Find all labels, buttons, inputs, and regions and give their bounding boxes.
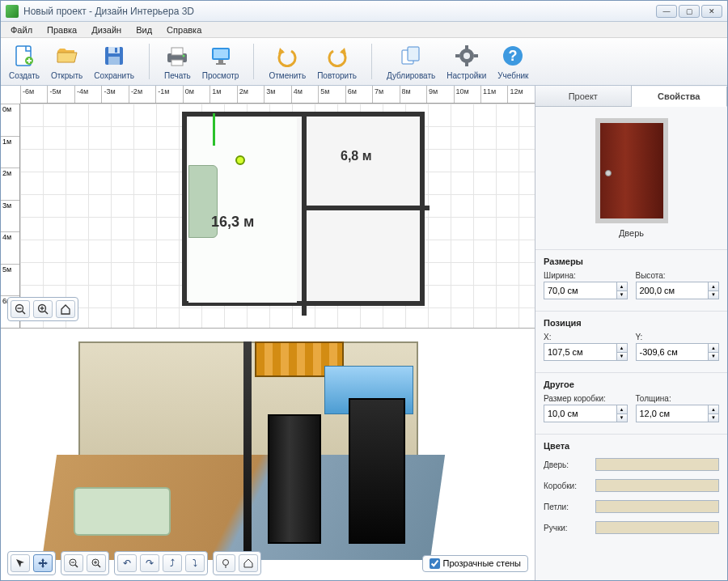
width-spin-up[interactable]: ▲ [616, 282, 628, 290]
home-3d-button[interactable] [239, 554, 258, 572]
room-area-2: 6,8 м [341, 149, 372, 163]
window-minimize-button[interactable]: — [656, 5, 677, 18]
width-spin-down[interactable]: ▼ [616, 290, 628, 300]
svg-line-35 [98, 565, 100, 567]
tab-project[interactable]: Проект [535, 86, 632, 106]
tutorial-button[interactable]: ? Учебник [497, 43, 528, 80]
height-spin-down[interactable]: ▼ [708, 290, 719, 300]
menu-design[interactable]: Дизайн [85, 23, 128, 36]
folder-open-icon [54, 43, 80, 69]
plan-grid: 16,3 м 6,8 м [20, 104, 535, 328]
floorplan-2d-view[interactable]: -6м-5м-4м-3м-2м-1м0м1м2м3м4м5м6м7м8м9м10… [1, 86, 535, 329]
x-input[interactable] [544, 343, 616, 361]
transparent-walls-checkbox[interactable] [430, 558, 440, 569]
redo-label: Повторить [317, 71, 357, 80]
frame-input[interactable] [544, 405, 616, 422]
light-button[interactable] [216, 554, 235, 572]
svg-rect-12 [218, 60, 223, 63]
print-button[interactable]: Печать [164, 43, 191, 80]
window-maximize-button[interactable]: ▢ [679, 5, 700, 18]
home-2d-button[interactable] [56, 300, 75, 318]
color-hinges-label: Петли: [544, 503, 595, 511]
thick-spin-up[interactable]: ▲ [708, 405, 719, 413]
preview-button[interactable]: Просмотр [202, 43, 239, 80]
zoom-out-2d-button[interactable] [11, 300, 30, 318]
frame-spin-down[interactable]: ▼ [616, 413, 628, 423]
color-frame-label: Коробки: [544, 481, 595, 490]
rotate-right-button[interactable]: ↷ [140, 554, 159, 572]
height-spin-up[interactable]: ▲ [708, 282, 719, 290]
print-label: Печать [164, 71, 191, 80]
door-preview-image [595, 118, 668, 223]
properties-sidebar: Проект Свойства Дверь Размеры Ширина: ▲▼ [535, 86, 727, 580]
menu-file[interactable]: Файл [4, 23, 39, 36]
open-button[interactable]: Открыть [51, 43, 83, 80]
floorplan-shape[interactable]: 16,3 м 6,8 м [182, 112, 425, 306]
rotate-down-button[interactable]: ⤵ [185, 554, 205, 572]
svg-rect-3 [108, 47, 120, 53]
thick-spin-down[interactable]: ▼ [708, 413, 719, 423]
menu-help[interactable]: Справка [160, 23, 208, 36]
rotate-up-button[interactable]: ⤴ [163, 554, 182, 572]
settings-button[interactable]: Настройки [447, 43, 486, 80]
undo-button[interactable]: Отменить [269, 43, 306, 80]
rotate-left-button[interactable]: ↶ [117, 554, 137, 572]
svg-text:?: ? [509, 48, 518, 64]
vertical-ruler: 0м1м2м3м4м5м6м [1, 104, 20, 328]
x-spin-up[interactable]: ▲ [616, 343, 628, 352]
y-input[interactable] [636, 343, 709, 361]
svg-rect-15 [408, 47, 419, 61]
3d-render[interactable] [49, 333, 438, 560]
preview-caption: Дверь [619, 228, 644, 238]
x-spin-down[interactable]: ▼ [616, 352, 628, 362]
pan-3d-button[interactable] [33, 554, 53, 572]
duplicate-button[interactable]: Дублировать [387, 43, 435, 80]
svg-point-9 [183, 55, 185, 57]
thick-input[interactable] [636, 405, 709, 422]
zoom-in-3d-button[interactable] [87, 554, 106, 572]
app-icon [6, 5, 19, 18]
tutorial-label: Учебник [497, 71, 528, 80]
frame-spin-up[interactable]: ▲ [616, 405, 628, 413]
door-marker[interactable] [213, 113, 215, 146]
svg-rect-7 [171, 48, 183, 55]
height-input[interactable] [636, 282, 709, 299]
gear-icon [454, 43, 480, 69]
zoom-in-2d-button[interactable] [33, 300, 53, 318]
colors-heading: Цвета [544, 441, 719, 451]
menu-view[interactable]: Вид [129, 23, 159, 36]
window-close-button[interactable]: ✕ [701, 5, 722, 18]
svg-point-38 [223, 560, 229, 566]
width-input[interactable] [544, 282, 616, 299]
x-label: X: [544, 333, 628, 341]
y-spin-down[interactable]: ▼ [708, 352, 719, 362]
svg-rect-5 [115, 48, 117, 53]
cursor-3d-button[interactable] [11, 554, 30, 572]
zoom-out-3d-button[interactable] [64, 554, 83, 572]
menu-edit[interactable]: Правка [40, 23, 83, 36]
door-knob-icon [605, 170, 612, 176]
svg-rect-4 [108, 57, 120, 65]
position-heading: Позиция [544, 318, 719, 328]
settings-label: Настройки [447, 71, 486, 80]
svg-rect-13 [216, 63, 226, 65]
y-spin-up[interactable]: ▲ [708, 343, 719, 352]
color-handles-swatch[interactable] [595, 521, 719, 534]
open-label: Открыть [51, 71, 83, 80]
svg-rect-11 [214, 49, 228, 58]
color-hinges-swatch[interactable] [595, 500, 719, 513]
color-frame-swatch[interactable] [595, 479, 719, 492]
redo-arrow-icon [324, 43, 350, 69]
color-handles-label: Ручки: [544, 524, 595, 532]
save-button[interactable]: Сохранить [94, 43, 134, 80]
create-button[interactable]: Создать [9, 43, 40, 80]
redo-button[interactable]: Повторить [317, 43, 357, 80]
svg-line-32 [75, 565, 78, 567]
light-marker[interactable] [235, 155, 245, 165]
floorplan-3d-view[interactable]: ↶ ↷ ⤴ ⤵ Прозр [1, 329, 535, 580]
color-door-swatch[interactable] [595, 458, 719, 471]
tab-properties[interactable]: Свойства [632, 87, 728, 107]
room-area-1: 16,3 м [211, 214, 254, 231]
new-document-icon [11, 43, 37, 69]
other-heading: Другое [544, 380, 719, 389]
